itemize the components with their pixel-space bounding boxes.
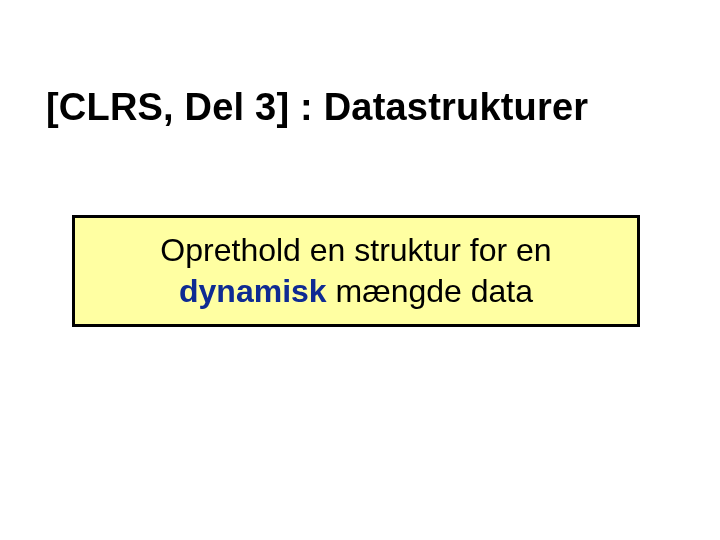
slide: [CLRS, Del 3] : Datastrukturer Oprethold… xyxy=(0,0,720,540)
dynamic-word: dynamisk xyxy=(179,273,327,309)
box-line-2: dynamisk mængde data xyxy=(179,271,533,312)
box-line-2-rest: mængde data xyxy=(327,273,533,309)
highlight-box: Oprethold en struktur for en dynamisk mæ… xyxy=(72,215,640,327)
page-title: [CLRS, Del 3] : Datastrukturer xyxy=(46,86,588,129)
box-line-1: Oprethold en struktur for en xyxy=(160,230,551,271)
